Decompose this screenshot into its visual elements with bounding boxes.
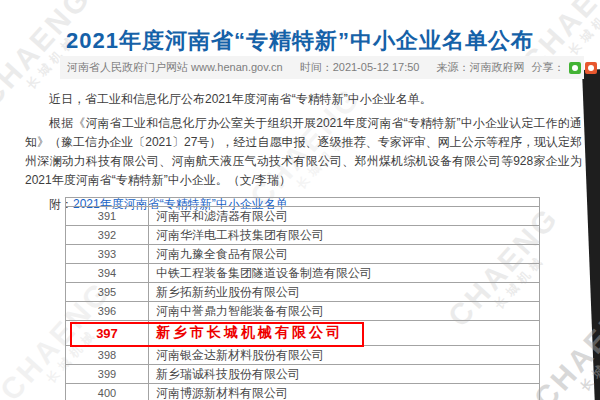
table-row: 398 河南银金达新材料股份有限公司 (66, 346, 540, 365)
company-name: 新乡拓新药业股份有限公司 (149, 283, 540, 302)
table-row (66, 198, 540, 207)
paragraph-2: 根据《河南省工业和信息化厅办公室关于组织开展2021年度河南省“专精特新”中小企… (25, 114, 582, 190)
table-row: 399 新乡瑞诚科技股份有限公司 (66, 365, 540, 384)
table-row: 392 河南华洋电工科技集团有限公司 (66, 226, 540, 245)
company-name: 新乡瑞诚科技股份有限公司 (149, 365, 540, 384)
paragraph-1: 近日，省工业和信息化厅公布2021年度河南省“专精特新”中小企业名单。 (25, 90, 582, 109)
company-name: 中铁工程装备集团隧道设备制造有限公司 (149, 264, 540, 283)
company-name: 河南华洋电工科技集团有限公司 (149, 226, 540, 245)
company-name: 河南银金达新材料股份有限公司 (149, 346, 540, 365)
row-number: 398 (66, 346, 149, 365)
company-name: 新乡市长城机械有限公司 (149, 321, 540, 346)
page-title: 2021年度河南省“专精特新”中小企业名单公布 (0, 26, 600, 56)
table-row: 400 河南博源新材料有限公司 (66, 384, 540, 400)
table-row: 393 河南九豫全食品有限公司 (66, 245, 540, 264)
company-name: 河南博源新材料有限公司 (149, 384, 540, 400)
row-number: 393 (66, 245, 149, 264)
table-row: 397 新乡市长城机械有限公司 (66, 321, 540, 346)
row-number: 395 (66, 283, 149, 302)
row-number: 391 (66, 207, 149, 226)
company-name: 河南九豫全食品有限公司 (149, 245, 540, 264)
table-row: 396 河南中誉鼎力智能装备有限公司 (66, 302, 540, 321)
company-name: 河南平和滤清器有限公司 (149, 207, 540, 226)
article-page: CHAENG 长城机械 CHAENG 长城机械 CHAENG 长城机械 CHAE… (0, 0, 600, 400)
row-number: 394 (66, 264, 149, 283)
meta-bar: 河南省人民政府门户网站 www.henan.gov.cn 时间：2021-05-… (60, 56, 584, 79)
source: 来源：河南政府网 (437, 61, 525, 73)
company-name (149, 198, 540, 207)
publish-time: 时间：2021-05-12 17:50 (300, 61, 420, 73)
share-label: 分享： (532, 60, 565, 75)
weibo-share-icon[interactable] (585, 62, 597, 74)
row-number (66, 198, 149, 207)
row-number: 397 (66, 321, 149, 346)
site-name: 河南省人民政府门户网站 www.henan.gov.cn (67, 61, 283, 73)
row-number: 400 (66, 384, 149, 400)
row-number: 399 (66, 365, 149, 384)
dark-edge (582, 68, 600, 400)
wechat-share-icon[interactable] (569, 62, 581, 74)
company-table-body: 391 河南平和滤清器有限公司 392 河南华洋电工科技集团有限公司 393 河… (66, 198, 540, 400)
row-number: 392 (66, 226, 149, 245)
share-bar: 分享： (532, 60, 600, 75)
meta-text: 河南省人民政府门户网站 www.henan.gov.cn 时间：2021-05-… (60, 60, 532, 75)
company-table: 391 河南平和滤清器有限公司 392 河南华洋电工科技集团有限公司 393 河… (65, 197, 540, 400)
company-name: 河南中誉鼎力智能装备有限公司 (149, 302, 540, 321)
table-row: 394 中铁工程装备集团隧道设备制造有限公司 (66, 264, 540, 283)
table-row: 395 新乡拓新药业股份有限公司 (66, 283, 540, 302)
table-row: 391 河南平和滤清器有限公司 (66, 207, 540, 226)
row-number: 396 (66, 302, 149, 321)
